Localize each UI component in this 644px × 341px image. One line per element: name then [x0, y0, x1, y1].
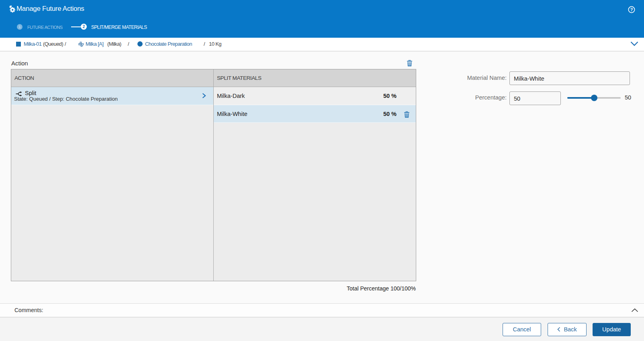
svg-text:?: ?	[630, 7, 633, 12]
